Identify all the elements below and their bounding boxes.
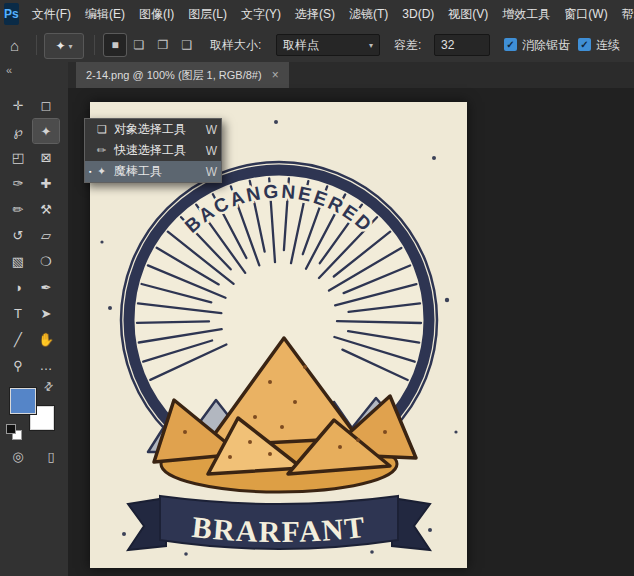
anti-alias-label: 消除锯齿: [522, 28, 570, 62]
crop-tool-icon: ◰: [12, 150, 24, 165]
selection-mode-group: ■ ❏ ❐ ❑: [104, 34, 198, 56]
dodge-tool-icon: ◑: [14, 280, 22, 295]
collapse-panel-button[interactable]: «: [6, 64, 12, 76]
hand-tool[interactable]: ✋: [33, 327, 59, 351]
eraser-tool[interactable]: ▱: [33, 223, 59, 247]
edit-toolbar-button[interactable]: …: [33, 353, 59, 377]
brush-tool-icon: ✏: [13, 202, 24, 217]
magic-wand-tool[interactable]: ✦: [33, 119, 59, 143]
intersect-selection-icon[interactable]: ❑: [176, 34, 198, 56]
lasso-tool[interactable]: ℘: [5, 119, 31, 143]
chevron-down-icon: ▾: [369, 41, 373, 50]
eraser-tool-icon: ▱: [41, 228, 51, 243]
document-tab[interactable]: 2-14.png @ 100% (图层 1, RGB/8#) ×: [76, 62, 289, 88]
brush-tool[interactable]: ✏: [5, 197, 31, 221]
flyout-item-label: 魔棒工具: [114, 163, 203, 180]
move-tool[interactable]: ✛: [5, 93, 31, 117]
eyedropper-tool[interactable]: ✑: [5, 171, 31, 195]
separator: [36, 35, 37, 55]
shortcut-label: W: [203, 165, 217, 179]
tools-panel: « ✛ ◻ ℘ ✦ ◰ ⊠ ✑ ✚ ✏ ⚒ ↺ ▱ ▧ ❍ ◑ ✒ T ➤ ╱ …: [0, 62, 69, 576]
hand-tool-icon: ✋: [38, 332, 54, 347]
magic-wand-icon: ✦: [97, 165, 114, 178]
contiguous-label: 连续: [596, 28, 620, 62]
dodge-tool[interactable]: ◑: [5, 275, 31, 299]
menu-type[interactable]: 文字(Y): [234, 0, 288, 28]
new-selection-icon[interactable]: ■: [104, 34, 126, 56]
healing-brush-icon: ✚: [41, 176, 52, 191]
separator: [94, 35, 95, 55]
flyout-item-magic-wand[interactable]: ▪ ✦ 魔棒工具 W: [85, 161, 221, 182]
subtract-from-selection-icon[interactable]: ❐: [152, 34, 174, 56]
quick-mask-button[interactable]: ◎: [6, 446, 30, 466]
path-selection-tool[interactable]: ➤: [33, 301, 59, 325]
screen-mode-button[interactable]: ▯: [39, 446, 63, 466]
flyout-item-label: 快速选择工具: [114, 142, 203, 159]
color-swatches: ⇄: [4, 380, 64, 442]
type-tool[interactable]: T: [5, 301, 31, 325]
menu-select[interactable]: 选择(S): [288, 0, 342, 28]
menu-filter[interactable]: 滤镜(T): [342, 0, 395, 28]
flyout-item-quick-selection[interactable]: ✏ 快速选择工具 W: [85, 140, 221, 161]
document-tab-bar: 2-14.png @ 100% (图层 1, RGB/8#) ×: [68, 62, 634, 89]
shape-tool[interactable]: ╱: [5, 327, 31, 351]
frame-tool-icon: ⊠: [41, 150, 52, 165]
spot-healing-brush-tool[interactable]: ✚: [33, 171, 59, 195]
home-icon[interactable]: ⌂: [10, 28, 19, 62]
frame-tool[interactable]: ⊠: [33, 145, 59, 169]
menu-window[interactable]: 窗口(W): [557, 0, 614, 28]
add-to-selection-icon[interactable]: ❏: [128, 34, 150, 56]
ellipsis-icon: …: [40, 358, 53, 373]
zoom-tool[interactable]: ⚲: [5, 353, 31, 377]
rectangular-marquee-tool[interactable]: ◻: [33, 93, 59, 117]
sample-size-label: 取样大小:: [210, 28, 261, 62]
eyedropper-tool-icon: ✑: [13, 176, 24, 191]
menu-plugins[interactable]: 增效工具: [495, 0, 557, 28]
tools-grid: ✛ ◻ ℘ ✦ ◰ ⊠ ✑ ✚ ✏ ⚒ ↺ ▱ ▧ ❍ ◑ ✒ T ➤ ╱ ✋ …: [4, 92, 64, 378]
type-tool-icon: T: [14, 306, 22, 321]
blur-tool[interactable]: ❍: [33, 249, 59, 273]
magic-wand-icon: ✦: [55, 39, 65, 53]
crop-tool[interactable]: ◰: [5, 145, 31, 169]
gradient-tool[interactable]: ▧: [5, 249, 31, 273]
photoshop-window: Ps 文件(F) 编辑(E) 图像(I) 图层(L) 文字(Y) 选择(S) 滤…: [0, 0, 634, 576]
shortcut-label: W: [203, 144, 217, 158]
sample-size-select[interactable]: 取样点 ▾: [276, 34, 380, 56]
default-colors-icon[interactable]: [6, 424, 23, 441]
menu-layer[interactable]: 图层(L): [181, 0, 234, 28]
swap-colors-icon[interactable]: ⇄: [41, 379, 57, 395]
gradient-tool-icon: ▧: [12, 254, 24, 269]
move-tool-icon: ✛: [13, 98, 24, 113]
tolerance-input[interactable]: 32: [434, 34, 490, 56]
object-selection-icon: ❏: [97, 123, 114, 136]
shortcut-label: W: [203, 123, 217, 137]
blur-tool-icon: ❍: [40, 254, 52, 269]
flyout-item-label: 对象选择工具: [114, 121, 203, 138]
zoom-tool-icon: ⚲: [13, 358, 23, 373]
tolerance-value: 32: [441, 38, 454, 52]
marquee-tool-icon: ◻: [41, 98, 52, 113]
menu-view[interactable]: 视图(V): [441, 0, 495, 28]
menu-3d[interactable]: 3D(D): [395, 0, 441, 28]
foreground-color-swatch[interactable]: [10, 388, 36, 414]
menu-image[interactable]: 图像(I): [132, 0, 181, 28]
history-brush-tool[interactable]: ↺: [5, 223, 31, 247]
menu-file[interactable]: 文件(F): [25, 0, 78, 28]
active-tool-marker: ▪: [89, 168, 97, 175]
lasso-tool-icon: ℘: [13, 124, 22, 139]
tool-preset-button[interactable]: ✦ ▾: [44, 33, 84, 59]
flyout-item-object-selection[interactable]: ❏ 对象选择工具 W: [85, 119, 221, 140]
contiguous-checkbox[interactable]: ✓: [578, 38, 591, 51]
clone-stamp-tool[interactable]: ⚒: [33, 197, 59, 221]
pen-tool[interactable]: ✒: [33, 275, 59, 299]
close-icon[interactable]: ×: [272, 68, 279, 82]
magic-wand-icon: ✦: [41, 124, 52, 139]
pen-tool-icon: ✒: [41, 280, 52, 295]
sample-size-value: 取样点: [283, 37, 319, 54]
chevron-down-icon: ▾: [69, 42, 73, 51]
menu-help[interactable]: 帮助(H): [615, 0, 634, 28]
menu-edit[interactable]: 编辑(E): [78, 0, 132, 28]
tool-flyout-menu: ❏ 对象选择工具 W ✏ 快速选择工具 W ▪ ✦ 魔棒工具 W: [84, 118, 222, 183]
shape-tool-icon: ╱: [14, 332, 22, 347]
anti-alias-checkbox[interactable]: ✓: [504, 38, 517, 51]
